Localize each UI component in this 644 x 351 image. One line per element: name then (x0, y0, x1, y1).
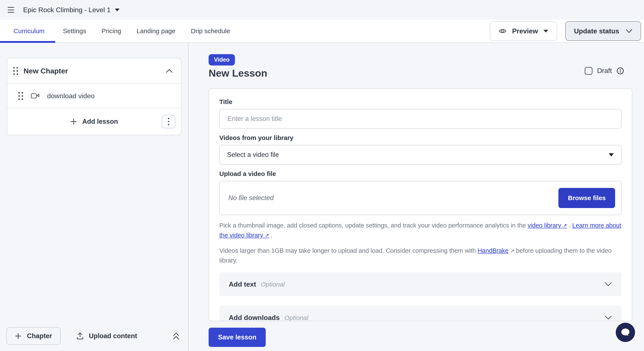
eye-icon (499, 28, 506, 34)
lesson-type-badge: Video (208, 54, 235, 66)
chevron-down-icon (626, 29, 632, 33)
tabbar-actions: Preview Update status (490, 20, 644, 42)
content-row: New Chapter download video (0, 43, 644, 351)
add-text-label: Add text (229, 280, 256, 288)
lesson-title: download video (47, 92, 94, 100)
chevron-down-icon (115, 8, 120, 11)
lesson-form-card: Title Videos from your library Select a … (208, 88, 632, 321)
add-text-section[interactable]: Add text Optional (219, 272, 622, 296)
update-status-button[interactable]: Update status (565, 21, 641, 41)
plus-icon (70, 118, 77, 125)
chevron-up-icon[interactable] (166, 69, 173, 73)
upload-field-label: Upload a video file (219, 170, 622, 178)
no-file-text: No file selected (228, 194, 274, 202)
info-icon[interactable] (616, 67, 624, 74)
lesson-row[interactable]: download video (7, 84, 181, 108)
file-upload-box: No file selected Browse files (219, 181, 622, 215)
chapter-title: New Chapter (24, 67, 68, 75)
tab-landing-page[interactable]: Landing page (129, 20, 183, 42)
draft-label: Draft (597, 67, 612, 75)
plus-icon (15, 333, 22, 339)
add-lesson-row: Add lesson (7, 108, 181, 135)
save-lesson-button[interactable]: Save lesson (208, 328, 266, 347)
collapse-all-chevrons-icon[interactable] (172, 331, 180, 341)
library-field-label: Videos from your library (219, 134, 622, 142)
browse-files-button[interactable]: Browse files (558, 188, 615, 208)
hamburger-menu-icon[interactable] (8, 7, 14, 13)
preview-button[interactable]: Preview (490, 21, 557, 41)
add-downloads-label: Add downloads (229, 314, 280, 322)
drag-handle-icon[interactable] (13, 67, 18, 75)
curriculum-sidebar: New Chapter download video (0, 43, 188, 351)
tab-settings[interactable]: Settings (55, 20, 94, 42)
handbrake-help-text: Videos larger than 1GB may take longer t… (219, 246, 622, 266)
draft-checkbox[interactable] (585, 67, 592, 75)
tab-drip-schedule[interactable]: Drip schedule (183, 20, 238, 42)
add-chapter-button[interactable]: Chapter (6, 327, 60, 345)
course-title: Epic Rock Climbing - Level 1 (23, 6, 110, 14)
lesson-editor-panel: Video New Lesson Draft Title Videos from… (188, 43, 644, 351)
video-library-select[interactable]: Select a video file (219, 145, 622, 164)
draft-toggle-group: Draft (585, 67, 624, 75)
video-library-help-text: Pick a thumbnail image, add closed capti… (219, 221, 622, 240)
tab-pricing[interactable]: Pricing (94, 20, 129, 42)
add-downloads-section[interactable]: Add downloads Optional (219, 306, 622, 321)
select-value: Select a video file (227, 151, 279, 158)
chapter-header[interactable]: New Chapter (7, 58, 181, 84)
drag-handle-icon[interactable] (18, 92, 23, 100)
upload-content-button[interactable]: Upload content (76, 332, 137, 340)
sidebar-footer: Chapter Upload content (0, 323, 188, 351)
chevron-down-icon (604, 315, 612, 320)
lesson-title-input[interactable] (219, 109, 622, 129)
title-field-label: Title (219, 98, 622, 106)
page-title: New Lesson (208, 67, 644, 79)
tab-curriculum[interactable]: Curriculum (0, 20, 55, 42)
video-camera-icon (31, 93, 39, 99)
optional-label: Optional (261, 281, 285, 288)
chevron-down-icon (609, 153, 614, 156)
chat-bubble-icon (620, 328, 630, 337)
app-header: Epic Rock Climbing - Level 1 (0, 0, 644, 20)
add-lesson-button[interactable]: Add lesson (70, 118, 118, 126)
chapter-card: New Chapter download video (7, 58, 182, 135)
course-title-dropdown[interactable]: Epic Rock Climbing - Level 1 (23, 6, 120, 14)
chat-widget-button[interactable] (616, 323, 635, 342)
chapter-options-kebab-button[interactable] (162, 115, 176, 128)
tab-bar: Curriculum Settings Pricing Landing page… (0, 20, 644, 43)
optional-label: Optional (284, 314, 308, 322)
chevron-down-icon (544, 30, 548, 32)
chevron-down-icon (604, 282, 612, 286)
upload-icon (76, 332, 84, 340)
